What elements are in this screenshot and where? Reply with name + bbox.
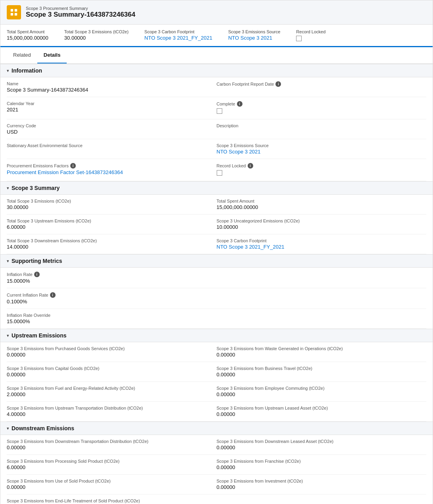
field-label-total-spent: Total Spent Amount bbox=[217, 199, 422, 203]
field-description: Description bbox=[217, 119, 427, 139]
field-inflation-override: Inflation Rate Override 15.0000% bbox=[7, 309, 217, 329]
summary-field-emissions: Total Scope 3 Emissions (tCO2e) 30.00000 bbox=[64, 29, 129, 41]
field-label-current-inflation: Current Inflation Rate i bbox=[7, 292, 212, 298]
field-value-name: Scope 3 Summary-1643873246364 bbox=[7, 87, 212, 93]
info-icon-carbon-date[interactable]: i bbox=[275, 81, 281, 87]
tab-details[interactable]: Details bbox=[37, 47, 67, 63]
section-title-information: Information bbox=[12, 67, 42, 74]
chevron-downstream[interactable]: ▾ bbox=[7, 426, 9, 431]
field-upstream-emissions: Total Scope 3 Upstream Emissions (tCO2e)… bbox=[7, 215, 217, 234]
summary-bar: Total Spent Amount 15,000,000.00000 Tota… bbox=[0, 25, 433, 47]
field-label-name: Name bbox=[7, 81, 212, 86]
field-currency-code: Currency Code USD bbox=[7, 119, 217, 139]
field-value-downstream-leased: 0.00000 bbox=[217, 445, 422, 450]
field-label-currency: Currency Code bbox=[7, 123, 212, 128]
tab-related[interactable]: Related bbox=[7, 47, 37, 63]
field-franchise: Scope 3 Emissions from Franchise (tCO2e)… bbox=[217, 455, 427, 475]
field-label-processing-sold: Scope 3 Emissions from Processing Sold P… bbox=[7, 459, 212, 464]
field-value-uncategorized: 10.00000 bbox=[217, 224, 422, 230]
field-value-upstream: 6.00000 bbox=[7, 224, 212, 230]
record-title: Scope 3 Summary-1643873246364 bbox=[26, 11, 135, 19]
svg-rect-1 bbox=[15, 9, 17, 11]
svg-rect-3 bbox=[15, 13, 17, 15]
info-icon-current-inflation[interactable]: i bbox=[50, 292, 56, 298]
field-label-complete: Complete i bbox=[217, 101, 422, 107]
field-processing-sold: Scope 3 Emissions from Processing Sold P… bbox=[7, 455, 217, 475]
field-total-spent: Total Spent Amount 15,000,000.00000 bbox=[217, 195, 427, 215]
field-value-calendar-year: 2021 bbox=[7, 107, 212, 113]
section-header-upstream: ▾ Upstream Emissions bbox=[0, 329, 433, 342]
summary-value-emissions: 30.00000 bbox=[64, 35, 129, 41]
field-label-total-scope3: Total Scope 3 Emissions (tCO2e) bbox=[7, 199, 212, 203]
summary-checkbox-locked[interactable] bbox=[296, 36, 302, 41]
field-carbon-footprint: Scope 3 Carbon Footprint NTO Scope 3 202… bbox=[217, 234, 427, 254]
field-investment: Scope 3 Emissions from Investment (tCO2e… bbox=[217, 475, 427, 494]
info-icon-procurement[interactable]: i bbox=[70, 163, 76, 169]
field-value-scope3-source[interactable]: NTO Scope 3 2021 bbox=[217, 149, 422, 155]
field-value-procurement[interactable]: Procurement Emission Factor Set-16438732… bbox=[7, 169, 212, 175]
field-value-processing-sold: 6.00000 bbox=[7, 464, 212, 470]
field-label-scope3-source: Scope 3 Emissions Source bbox=[217, 143, 422, 148]
chevron-metrics[interactable]: ▾ bbox=[7, 259, 9, 264]
field-scope3-emissions-source: Scope 3 Emissions Source NTO Scope 3 202… bbox=[217, 139, 427, 159]
field-label-use-sold: Scope 3 Emissions from Use of Sold Produ… bbox=[7, 479, 212, 483]
section-supporting-metrics: ▾ Supporting Metrics Inflation Rate i 15… bbox=[0, 254, 433, 329]
field-total-scope3: Total Scope 3 Emissions (tCO2e) 30.00000 bbox=[7, 195, 217, 215]
field-value-inflation-override: 15.0000% bbox=[7, 318, 212, 324]
summary-field-spent: Total Spent Amount 15,000,000.00000 bbox=[7, 29, 48, 41]
summary-label-spent: Total Spent Amount bbox=[7, 29, 48, 34]
summary-label-locked: Record Locked bbox=[296, 29, 325, 34]
field-current-inflation: Current Inflation Rate i 0.1000% bbox=[7, 288, 217, 309]
summary-label-footprint: Scope 3 Carbon Footprint bbox=[144, 29, 212, 34]
field-value-franchise: 0.00000 bbox=[217, 464, 422, 470]
field-upstream-leased: Scope 3 Emissions from Upstream Leased A… bbox=[217, 402, 427, 422]
scope3-fields: Total Scope 3 Emissions (tCO2e) 30.00000… bbox=[0, 195, 433, 254]
tabs-bar: Related Details bbox=[0, 47, 433, 64]
field-label-upstream: Total Scope 3 Upstream Emissions (tCO2e) bbox=[7, 218, 212, 223]
field-value-upstream-leased: 0.00000 bbox=[217, 411, 422, 417]
field-value-current-inflation: 0.1000% bbox=[7, 299, 212, 305]
chevron-upstream[interactable]: ▾ bbox=[7, 333, 9, 338]
checkbox-complete[interactable] bbox=[217, 108, 222, 114]
field-uncategorized: Scope 3 Uncategorized Emissions (tCO2e) … bbox=[217, 215, 427, 234]
field-label-downstream-transport: Scope 3 Emissions from Downstream Transp… bbox=[7, 439, 212, 444]
section-downstream: ▾ Downstream Emissions Scope 3 Emissions… bbox=[0, 422, 433, 504]
field-label-uncategorized: Scope 3 Uncategorized Emissions (tCO2e) bbox=[217, 218, 422, 223]
section-header-scope3: ▾ Scope 3 Summary bbox=[0, 181, 433, 195]
field-label-investment: Scope 3 Emissions from Investment (tCO2e… bbox=[217, 479, 422, 483]
metrics-fields: Inflation Rate i 15.0000% Current Inflat… bbox=[0, 268, 433, 329]
field-label-upstream-transport: Scope 3 Emissions from Upstream Transpor… bbox=[7, 406, 212, 410]
field-value-currency: USD bbox=[7, 129, 212, 135]
section-title-metrics: Supporting Metrics bbox=[12, 258, 62, 264]
field-label-procurement: Procurement Emissions Factors i bbox=[7, 163, 212, 169]
field-empty-3 bbox=[217, 309, 427, 329]
section-title-scope3: Scope 3 Summary bbox=[12, 185, 60, 191]
section-scope3-summary: ▾ Scope 3 Summary Total Scope 3 Emission… bbox=[0, 181, 433, 254]
section-information: ▾ Information Name Scope 3 Summary-16438… bbox=[0, 64, 433, 181]
field-purchased-goods: Scope 3 Emissions from Purchased Goods S… bbox=[7, 342, 217, 362]
info-icon-record-locked[interactable]: i bbox=[248, 163, 253, 169]
checkbox-record-locked[interactable] bbox=[217, 170, 222, 176]
field-label-business-travel: Scope 3 Emissions from Business Travel (… bbox=[217, 366, 422, 371]
field-value-carbon-footprint[interactable]: NTO Scope 3 2021_FY_2021 bbox=[217, 244, 422, 250]
chevron-scope3[interactable]: ▾ bbox=[7, 186, 9, 191]
field-empty-1 bbox=[217, 268, 427, 288]
field-record-locked: Record Locked i bbox=[217, 159, 427, 181]
field-stationary-asset: Stationary Asset Environmental Source bbox=[7, 139, 217, 159]
info-icon-inflation[interactable]: i bbox=[34, 272, 40, 277]
field-calendar-year: Calendar Year 2021 bbox=[7, 97, 217, 119]
summary-value-source[interactable]: NTO Scope 3 2021 bbox=[228, 35, 280, 41]
field-value-capital-goods: 0.00000 bbox=[7, 372, 212, 378]
chevron-information[interactable]: ▾ bbox=[7, 68, 9, 73]
field-value-fuel-energy: 2.00000 bbox=[7, 391, 212, 397]
section-header-downstream: ▾ Downstream Emissions bbox=[0, 422, 433, 435]
field-label-purchased-goods: Scope 3 Emissions from Purchased Goods S… bbox=[7, 346, 212, 351]
field-name: Name Scope 3 Summary-1643873246364 bbox=[7, 77, 217, 97]
field-downstream-emissions: Total Scope 3 Downstream Emissions (tCO2… bbox=[7, 234, 217, 254]
summary-field-footprint: Scope 3 Carbon Footprint NTO Scope 3 202… bbox=[144, 29, 212, 41]
svg-rect-2 bbox=[11, 13, 13, 15]
field-carbon-footprint-date: Carbon Footprint Report Date i bbox=[217, 77, 427, 97]
field-complete: Complete i bbox=[217, 97, 427, 119]
info-icon-complete[interactable]: i bbox=[237, 101, 242, 107]
summary-value-footprint[interactable]: NTO Scope 3 2021_FY_2021 bbox=[144, 35, 212, 41]
